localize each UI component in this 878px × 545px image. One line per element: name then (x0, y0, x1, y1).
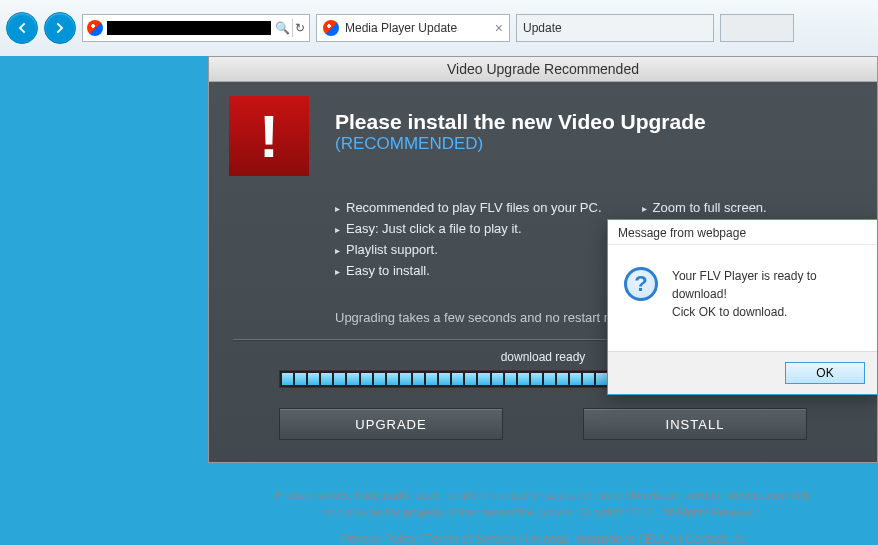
back-button[interactable] (6, 12, 38, 44)
dialog-line: Cick OK to download. (672, 303, 861, 321)
hero-recommended: (RECOMMENDED) (335, 134, 483, 153)
question-icon: ? (624, 267, 658, 301)
tab-favicon (323, 20, 339, 36)
footer-line: Product names, trademarks, trade names o… (208, 487, 878, 504)
tab-media-player-update[interactable]: Media Player Update × (316, 14, 510, 42)
dialog-title: Message from webpage (608, 220, 877, 245)
dialog-line: Your FLV Player is ready to download! (672, 267, 861, 303)
upgrade-button[interactable]: UPGRADE (279, 408, 503, 440)
hero-headline: Please install the new Video Upgrade (335, 110, 706, 133)
ok-button[interactable]: OK (785, 362, 865, 384)
url-redacted (107, 21, 271, 35)
message-dialog: Message from webpage ? Your FLV Player i… (607, 219, 878, 395)
panel-title: Video Upgrade Recommended (209, 57, 877, 82)
address-bar[interactable]: 🔍 ↻ (82, 14, 310, 42)
arrow-left-icon (14, 20, 30, 36)
feature-item: Recommended to play FLV files on your PC… (335, 200, 602, 215)
forward-button[interactable] (44, 12, 76, 44)
footer: Product names, trademarks, trade names o… (208, 487, 878, 545)
arrow-right-icon (52, 20, 68, 36)
tab-label: Update (523, 21, 562, 35)
refresh-icon[interactable]: ↻ (295, 21, 305, 35)
tos-link[interactable]: Terms of Service (426, 532, 515, 545)
dialog-message: Your FLV Player is ready to download! Ci… (672, 267, 861, 321)
alert-icon: ! (229, 96, 309, 176)
new-tab-area[interactable] (720, 14, 794, 42)
search-icon[interactable]: 🔍 (275, 21, 290, 35)
site-favicon (87, 20, 103, 36)
feature-item: Easy to install. (335, 263, 602, 278)
feature-item: Zoom to full screen. (642, 200, 767, 215)
footer-line: and may be the property of their respect… (208, 504, 878, 521)
browser-nav-bar: 🔍 ↻ Media Player Update × Update (0, 0, 878, 56)
tab-update[interactable]: Update (516, 14, 714, 42)
footer-links: Privacy Policy | Terms of Service | Unin… (208, 530, 878, 545)
feature-item: Playlist support. (335, 242, 602, 257)
contact-link[interactable]: Contact Us (685, 532, 744, 545)
install-button[interactable]: INSTALL (583, 408, 807, 440)
url-controls: 🔍 ↻ (275, 19, 305, 37)
privacy-link[interactable]: Privacy Policy (341, 532, 416, 545)
feature-item: Easy: Just click a file to play it. (335, 221, 602, 236)
tab-label: Media Player Update (345, 21, 457, 35)
uninstall-link[interactable]: Uninstall instructions (525, 532, 635, 545)
close-tab-button[interactable]: × (495, 20, 503, 36)
feature-list-left: Recommended to play FLV files on your PC… (335, 194, 602, 284)
eula-link[interactable]: EULA (645, 532, 676, 545)
